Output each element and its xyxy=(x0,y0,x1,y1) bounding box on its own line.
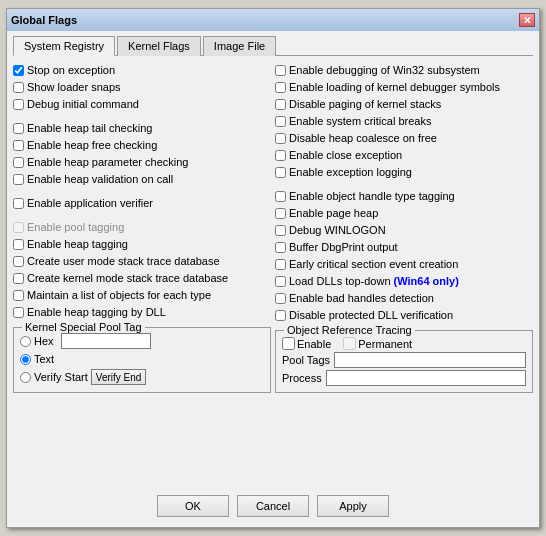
close-exception-checkbox[interactable] xyxy=(275,150,286,161)
enable-permanent-row: Enable Permanent xyxy=(282,337,526,350)
disable-protected-dll-checkbox[interactable] xyxy=(275,310,286,321)
cancel-button[interactable]: Cancel xyxy=(237,495,309,517)
debug-initial-command-label: Debug initial command xyxy=(27,98,139,110)
disable-paging-label: Disable paging of kernel stacks xyxy=(289,98,441,110)
list-item: Stop on exception xyxy=(13,62,271,78)
right-column: Enable debugging of Win32 subsystem Enab… xyxy=(275,62,533,487)
list-item: Buffer DbgPrint output xyxy=(275,239,533,255)
close-button[interactable]: ✕ xyxy=(519,13,535,27)
win32-debug-label: Enable debugging of Win32 subsystem xyxy=(289,64,480,76)
list-item: Debug initial command xyxy=(13,96,271,112)
pool-tags-input[interactable] xyxy=(334,352,526,368)
list-item: Enable heap parameter checking xyxy=(13,154,271,170)
list-item: Enable bad handles detection xyxy=(275,290,533,306)
list-item: Load DLLs top-down (Win64 only) xyxy=(275,273,533,289)
list-item: Enable pool tagging xyxy=(13,219,271,235)
critical-section-event-checkbox[interactable] xyxy=(275,259,286,270)
list-item: Enable close exception xyxy=(275,147,533,163)
radio-verify-start[interactable] xyxy=(20,372,31,383)
list-item: Enable heap free checking xyxy=(13,137,271,153)
pool-tagging-label: Enable pool tagging xyxy=(27,221,124,233)
tab-kernel-flags[interactable]: Kernel Flags xyxy=(117,36,201,56)
enable-obj-ref-checkbox[interactable] xyxy=(282,337,295,350)
show-loader-snaps-checkbox[interactable] xyxy=(13,82,24,93)
objects-list-checkbox[interactable] xyxy=(13,290,24,301)
list-item: Disable protected DLL verification xyxy=(275,307,533,323)
debug-winlogon-checkbox[interactable] xyxy=(275,225,286,236)
list-item: Enable heap tagging xyxy=(13,236,271,252)
list-item: Enable system critical breaks xyxy=(275,113,533,129)
debug-initial-command-checkbox[interactable] xyxy=(13,99,24,110)
win32-debug-checkbox[interactable] xyxy=(275,65,286,76)
heap-free-checking-checkbox[interactable] xyxy=(13,140,24,151)
hex-input[interactable] xyxy=(61,333,151,349)
user-stack-trace-checkbox[interactable] xyxy=(13,256,24,267)
radio-text-label: Text xyxy=(34,353,54,365)
main-area: Stop on exception Show loader snaps Debu… xyxy=(13,62,533,487)
app-verifier-checkbox[interactable] xyxy=(13,198,24,209)
debug-winlogon-label: Debug WINLOGON xyxy=(289,224,386,236)
heap-tagging-label: Enable heap tagging xyxy=(27,238,128,250)
page-heap-checkbox[interactable] xyxy=(275,208,286,219)
tab-image-file[interactable]: Image File xyxy=(203,36,276,56)
permanent-checkbox[interactable] xyxy=(343,337,356,350)
spacer xyxy=(13,188,271,194)
list-item: Disable heap coalesce on free xyxy=(275,130,533,146)
window-content: System Registry Kernel Flags Image File … xyxy=(7,31,539,527)
radio-text[interactable] xyxy=(20,354,31,365)
buffer-dbgprint-checkbox[interactable] xyxy=(275,242,286,253)
critical-breaks-checkbox[interactable] xyxy=(275,116,286,127)
process-label: Process xyxy=(282,372,322,384)
process-input[interactable] xyxy=(326,370,526,386)
pool-tagging-checkbox[interactable] xyxy=(13,222,24,233)
radio-hex[interactable] xyxy=(20,336,31,347)
app-verifier-label: Enable application verifier xyxy=(27,197,153,209)
tab-system-registry[interactable]: System Registry xyxy=(13,36,115,56)
buffer-dbgprint-label: Buffer DbgPrint output xyxy=(289,241,398,253)
list-item: Enable page heap xyxy=(275,205,533,221)
permanent-label: Permanent xyxy=(358,338,412,350)
heap-free-checking-label: Enable heap free checking xyxy=(27,139,157,151)
heap-tail-checking-label: Enable heap tail checking xyxy=(27,122,152,134)
disable-paging-checkbox[interactable] xyxy=(275,99,286,110)
kernel-debugger-symbols-label: Enable loading of kernel debugger symbol… xyxy=(289,81,500,93)
heap-tagging-dll-checkbox[interactable] xyxy=(13,307,24,318)
verify-end-button[interactable]: Verify End xyxy=(91,369,147,385)
window-title: Global Flags xyxy=(11,14,77,26)
spacer xyxy=(275,181,533,187)
list-item: Show loader snaps xyxy=(13,79,271,95)
list-item: Enable heap tail checking xyxy=(13,120,271,136)
user-stack-trace-label: Create user mode stack trace database xyxy=(27,255,220,267)
heap-param-checking-label: Enable heap parameter checking xyxy=(27,156,188,168)
kernel-stack-trace-checkbox[interactable] xyxy=(13,273,24,284)
heap-tail-checking-checkbox[interactable] xyxy=(13,123,24,134)
exception-logging-checkbox[interactable] xyxy=(275,167,286,178)
heap-param-checking-checkbox[interactable] xyxy=(13,157,24,168)
list-item: Enable loading of kernel debugger symbol… xyxy=(275,79,533,95)
list-item: Enable heap tagging by DLL xyxy=(13,304,271,320)
object-handle-tagging-checkbox[interactable] xyxy=(275,191,286,202)
heap-tagging-checkbox[interactable] xyxy=(13,239,24,250)
title-bar: Global Flags ✕ xyxy=(7,9,539,31)
object-ref-group: Object Reference Tracing Enable Permanen… xyxy=(275,330,533,393)
enable-label: Enable xyxy=(297,338,331,350)
radio-hex-label: Hex xyxy=(34,335,54,347)
load-dlls-topdown-checkbox[interactable] xyxy=(275,276,286,287)
apply-button[interactable]: Apply xyxy=(317,495,389,517)
list-item: Create kernel mode stack trace database xyxy=(13,270,271,286)
pool-tags-row: Pool Tags xyxy=(282,352,526,368)
heap-validation-checkbox[interactable] xyxy=(13,174,24,185)
list-item: Debug WINLOGON xyxy=(275,222,533,238)
kernel-debugger-symbols-checkbox[interactable] xyxy=(275,82,286,93)
heap-validation-label: Enable heap validation on call xyxy=(27,173,173,185)
ok-button[interactable]: OK xyxy=(157,495,229,517)
pool-tags-label: Pool Tags xyxy=(282,354,330,366)
list-item: Disable paging of kernel stacks xyxy=(275,96,533,112)
stop-on-exception-checkbox[interactable] xyxy=(13,65,24,76)
disable-heap-coalesce-checkbox[interactable] xyxy=(275,133,286,144)
radio-verify-start-label: Verify Start xyxy=(34,371,88,383)
bad-handles-checkbox[interactable] xyxy=(275,293,286,304)
list-item: Maintain a list of objects for each type xyxy=(13,287,271,303)
disable-protected-dll-label: Disable protected DLL verification xyxy=(289,309,453,321)
object-handle-tagging-label: Enable object handle type tagging xyxy=(289,190,455,202)
